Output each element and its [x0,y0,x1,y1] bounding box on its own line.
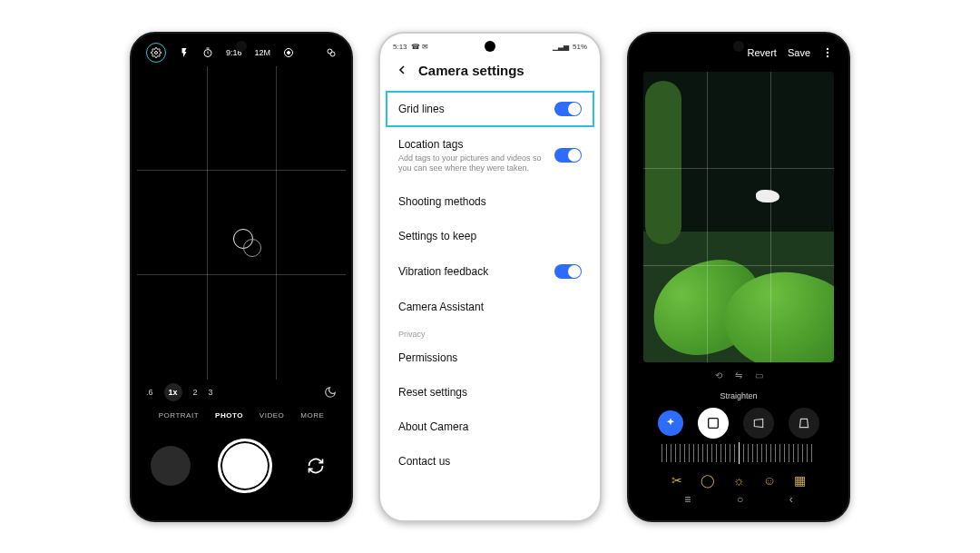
filter-tab-icon[interactable]: ◯ [701,473,715,488]
settings-gear-highlight[interactable] [146,43,166,63]
editor-screen: Revert Save ⟲ ⇋ ▭ Straighten [634,39,843,515]
angle-ruler[interactable] [662,444,816,462]
setting-grid-lines[interactable]: Grid lines [386,91,594,127]
toggle-on[interactable] [554,102,582,116]
focus-indicator [233,229,253,249]
setting-label: Vibration feedback [398,265,488,278]
perspective-h-button[interactable] [743,408,774,439]
settings-header: Camera settings [386,55,594,91]
timer-icon[interactable] [202,47,213,58]
crop-tab-icon[interactable]: ✂ [671,473,682,488]
setting-label: Contact us [398,455,450,468]
setting-label: Shooting methods [398,195,486,208]
perspective-v-button[interactable] [789,408,819,439]
setting-permissions[interactable]: Permissions [386,341,594,375]
gear-icon [151,47,162,58]
setting-label: Location tags [398,138,553,151]
phone-editor: Revert Save ⟲ ⇋ ▭ Straighten [627,32,850,522]
gallery-thumbnail[interactable] [151,446,191,486]
mode-video[interactable]: VIDEO [260,411,284,420]
status-time: 5:13 [393,43,407,51]
section-privacy: Privacy [386,324,594,341]
nav-home-icon[interactable]: ○ [737,493,743,506]
switch-camera-icon [307,457,325,475]
setting-label: Camera Assistant [398,301,484,313]
mode-portrait[interactable]: PORTRAIT [159,411,199,420]
camera-notch [236,41,247,52]
more-vertical-icon [821,46,834,59]
svg-point-8 [827,54,828,56]
filters-icon[interactable] [326,47,337,58]
auto-adjust-button[interactable] [658,410,683,436]
crop-quick-tools: ⟲ ⇋ ▭ [634,366,843,386]
aspect-ratio-icon[interactable]: ▭ [755,370,763,380]
toggle-on[interactable] [554,148,582,163]
svg-point-5 [330,52,335,56]
zoom-option[interactable]: 3 [209,388,213,397]
straighten-icon [706,416,720,430]
grid-line [643,168,834,169]
editor-preview[interactable] [643,72,834,362]
svg-point-0 [155,51,158,54]
photo-element [756,190,779,202]
night-mode-icon[interactable] [324,386,337,399]
svg-point-4 [328,49,332,54]
settings-screen: 5:13 ☎ ✉ ▁▃▅ 51% Camera settings Grid li… [386,39,594,515]
status-signal-icon: ▁▃▅ [553,43,569,51]
adjust-tab-icon[interactable]: ☼ [733,473,745,488]
setting-sublabel: Add tags to your pictures and videos so … [398,153,553,174]
save-button[interactable]: Save [788,47,810,58]
chevron-left-icon [395,63,409,77]
magic-icon [664,417,677,430]
toggle-on[interactable] [554,264,582,279]
mode-photo[interactable]: PHOTO [215,411,243,420]
camera-notch [733,41,744,52]
setting-reset[interactable]: Reset settings [386,375,594,410]
setting-label: Reset settings [398,386,467,399]
flash-icon[interactable] [179,47,190,58]
zoom-row: .6 1x 2 3 [137,380,346,405]
mode-more[interactable]: MORE [300,411,324,420]
grid-line [137,274,346,275]
svg-rect-9 [709,418,719,428]
zoom-option[interactable]: .6 [146,388,153,397]
motion-photo-icon[interactable] [283,47,294,58]
rotate-icon[interactable]: ⟲ [715,370,722,380]
status-battery: 51% [573,43,587,51]
switch-camera-button[interactable] [299,449,332,482]
camera-screen: 9:16 12M .6 1x 2 3 [137,39,346,515]
setting-about[interactable]: About Camera [386,410,594,444]
zoom-option-active[interactable]: 1x [164,383,182,401]
camera-notch [485,41,495,52]
photo-element [645,81,681,244]
grid-line [643,265,834,266]
perspective-v-icon [798,417,810,430]
setting-vibration[interactable]: Vibration feedback [386,253,594,290]
revert-button[interactable]: Revert [748,47,777,58]
tool-label: Straighten [634,391,843,400]
grid-line [207,66,208,380]
shutter-button[interactable] [218,439,272,493]
straighten-button[interactable] [698,408,729,439]
setting-location-tags[interactable]: Location tags Add tags to your pictures … [386,127,594,185]
more-options-button[interactable] [821,46,834,59]
svg-point-6 [827,47,828,49]
draw-tab-icon[interactable]: ▦ [794,473,806,488]
setting-contact[interactable]: Contact us [386,444,594,479]
nav-recent-icon[interactable]: ≡ [684,493,691,506]
back-button[interactable] [395,63,409,77]
zoom-option[interactable]: 2 [193,388,198,397]
resolution-label[interactable]: 12M [255,48,271,57]
sticker-tab-icon[interactable]: ☺ [763,473,776,488]
transform-tools [634,408,843,439]
setting-camera-assistant[interactable]: Camera Assistant [386,290,594,324]
camera-viewfinder[interactable] [137,66,346,380]
setting-shooting-methods[interactable]: Shooting methods [386,184,594,219]
svg-point-3 [288,51,290,54]
settings-list: Grid lines Location tags Add tags to you… [386,91,594,479]
setting-settings-to-keep[interactable]: Settings to keep [386,219,594,253]
flip-horizontal-icon[interactable]: ⇋ [735,370,742,380]
nav-back-icon[interactable]: ‹ [789,493,793,506]
status-app-icons: ☎ ✉ [411,43,428,51]
phone-settings: 5:13 ☎ ✉ ▁▃▅ 51% Camera settings Grid li… [378,32,602,522]
